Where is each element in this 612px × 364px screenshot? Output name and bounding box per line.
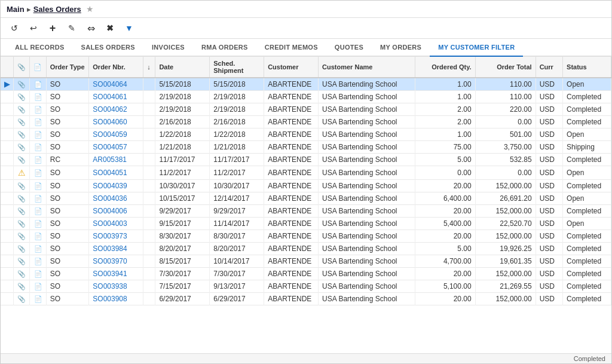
doc-icon: 📄 xyxy=(34,106,42,113)
date-cell: 11/17/2017 xyxy=(155,154,210,166)
order-nbr-link[interactable]: SO004039 xyxy=(93,182,127,190)
col-customer-name[interactable]: Customer Name xyxy=(319,57,415,78)
order-nbr-cell[interactable]: SO004036 xyxy=(89,192,143,205)
table-row[interactable]: 📎📄SOSO0040602/16/20182/16/2018ABARTENDEU… xyxy=(1,116,611,129)
order-nbr-cell[interactable]: SO004006 xyxy=(89,205,143,218)
clip-icon-cell: 📎 xyxy=(14,129,30,141)
table-row[interactable]: 📎📄SOSO00403610/15/201712/14/2017ABARTEND… xyxy=(1,192,611,205)
order-nbr-link[interactable]: SO004062 xyxy=(93,105,127,114)
table-row[interactable]: 📎📄SOSO0039848/20/20178/20/2017ABARTENDEU… xyxy=(1,243,611,255)
order-nbr-cell[interactable]: SO003941 xyxy=(89,268,143,280)
sort-cell xyxy=(143,180,155,192)
tab-all-records[interactable]: ALL RECORDS xyxy=(7,39,73,57)
table-row[interactable]: 📎📄SOSO0040612/19/20182/19/2018ABARTENDEU… xyxy=(1,91,611,103)
order-nbr-link[interactable]: SO004003 xyxy=(93,219,127,228)
paperclip-icon: 📎 xyxy=(17,182,26,189)
table-row[interactable]: 📎📄SOSO0039708/15/201710/14/2017ABARTENDE… xyxy=(1,255,611,268)
ordered-qty-cell: 20.00 xyxy=(415,180,475,192)
breadcrumb-main[interactable]: Main xyxy=(7,5,25,14)
order-nbr-link[interactable]: SO003973 xyxy=(93,232,127,240)
col-curr[interactable]: Curr xyxy=(536,57,562,78)
delete-button[interactable]: ✖ xyxy=(102,20,118,36)
refresh-button[interactable]: ↺ xyxy=(7,20,22,36)
order-nbr-link[interactable]: SO004064 xyxy=(93,80,127,88)
clip-icon-cell: 📎 xyxy=(14,280,30,293)
favorite-star-icon[interactable]: ★ xyxy=(86,4,94,14)
fit-button[interactable]: ⇔ xyxy=(83,20,99,36)
order-nbr-cell[interactable]: SO003908 xyxy=(89,293,143,305)
col-order-nbr[interactable]: Order Nbr. xyxy=(89,57,143,78)
order-nbr-cell[interactable]: SO004039 xyxy=(89,180,143,192)
date-cell: 11/2/2017 xyxy=(155,166,210,180)
col-status[interactable]: Status xyxy=(563,57,611,78)
order-nbr-link[interactable]: SO003984 xyxy=(93,244,127,253)
order-nbr-cell[interactable]: SO004061 xyxy=(89,91,143,103)
tab-my-orders[interactable]: MY ORDERS xyxy=(372,39,430,57)
filter-button[interactable]: ▼ xyxy=(121,20,137,36)
table-row[interactable]: 📎📄SOSO0040039/15/201711/14/2017ABARTENDE… xyxy=(1,218,611,230)
order-nbr-cell[interactable]: SO003973 xyxy=(89,230,143,243)
ordered-qty-cell: 5.00 xyxy=(415,154,475,166)
add-button[interactable]: + xyxy=(45,20,60,36)
paperclip-icon: 📎 xyxy=(17,93,26,100)
tab-invoices[interactable]: INVOICES xyxy=(143,39,193,57)
table-row[interactable]: 📎📄SOSO0040591/22/20181/22/2018ABARTENDEU… xyxy=(1,129,611,141)
col-order-type[interactable]: Order Type xyxy=(46,57,89,78)
order-nbr-cell[interactable]: SO004051 xyxy=(89,166,143,180)
date-cell: 9/15/2017 xyxy=(155,218,210,230)
order-nbr-cell[interactable]: SO004059 xyxy=(89,129,143,141)
col-customer[interactable]: Customer xyxy=(264,57,319,78)
table-row[interactable]: 📎📄SOSO0039417/30/20177/30/2017ABARTENDEU… xyxy=(1,268,611,280)
col-ordered-qty[interactable]: Ordered Qty. xyxy=(415,57,475,78)
order-nbr-link[interactable]: SO004051 xyxy=(93,169,127,177)
table-row[interactable]: 📎📄SOSO0039387/15/20179/13/2017ABARTENDEU… xyxy=(1,280,611,293)
edit-button[interactable]: ✎ xyxy=(64,20,79,36)
order-nbr-cell[interactable]: SO004062 xyxy=(89,103,143,116)
table-row[interactable]: ▶📎📄SOSO0040645/15/20185/15/2018ABARTENDE… xyxy=(1,78,611,91)
order-nbr-link[interactable]: SO004059 xyxy=(93,130,127,139)
order-nbr-cell[interactable]: SO004003 xyxy=(89,218,143,230)
tab-sales-orders[interactable]: SALES ORDERS xyxy=(73,39,143,57)
order-nbr-link[interactable]: SO004036 xyxy=(93,194,127,203)
table-row[interactable]: 📎📄SOSO00403910/30/201710/30/2017ABARTEND… xyxy=(1,180,611,192)
breadcrumb-current[interactable]: Sales Orders xyxy=(33,5,81,14)
table-row[interactable]: 📎📄SOSO0039738/30/20178/30/2017ABARTENDEU… xyxy=(1,230,611,243)
tab-credit-memos[interactable]: CREDIT MEMOS xyxy=(256,39,326,57)
order-nbr-link[interactable]: SO004061 xyxy=(93,93,127,101)
order-nbr-link[interactable]: SO003970 xyxy=(93,257,127,265)
order-nbr-cell[interactable]: SO003938 xyxy=(89,280,143,293)
order-nbr-link[interactable]: SO004006 xyxy=(93,207,127,215)
paperclip-icon: 📎 xyxy=(17,156,26,163)
order-nbr-link[interactable]: SO003938 xyxy=(93,282,127,290)
order-nbr-link[interactable]: SO003941 xyxy=(93,270,127,278)
undo-button[interactable]: ↩ xyxy=(26,20,41,36)
order-nbr-cell[interactable]: SO003970 xyxy=(89,255,143,268)
order-nbr-link[interactable]: SO003908 xyxy=(93,295,127,303)
order-nbr-link[interactable]: SO004057 xyxy=(93,143,127,151)
order-nbr-link[interactable]: AR005381 xyxy=(93,155,127,164)
col-sched-shipment[interactable]: Sched.Shipment xyxy=(210,57,264,78)
date-cell: 8/15/2017 xyxy=(155,255,210,268)
col-date[interactable]: Date xyxy=(155,57,210,78)
tab-quotes[interactable]: QUOTES xyxy=(326,39,372,57)
status-cell: Open xyxy=(563,129,611,141)
clip-icon-cell: 📎 xyxy=(14,180,30,192)
table-row[interactable]: ⚠📄SOSO00405111/2/201711/2/2017ABARTENDEU… xyxy=(1,166,611,180)
sort-cell xyxy=(143,141,155,154)
order-nbr-cell[interactable]: SO003984 xyxy=(89,243,143,255)
table-row[interactable]: 📎📄SOSO0039086/29/20176/29/2017ABARTENDEU… xyxy=(1,293,611,305)
col-order-total[interactable]: Order Total xyxy=(475,57,536,78)
col-sort-arrow[interactable]: ↓ xyxy=(143,57,155,78)
order-nbr-link[interactable]: SO004060 xyxy=(93,118,127,126)
table-row[interactable]: 📎📄RCAR00538111/17/201711/17/2017ABARTEND… xyxy=(1,154,611,166)
order-nbr-cell[interactable]: AR005381 xyxy=(89,154,143,166)
table-row[interactable]: 📎📄SOSO0040069/29/20179/29/2017ABARTENDEU… xyxy=(1,205,611,218)
order-nbr-cell[interactable]: SO004064 xyxy=(89,78,143,91)
table-row[interactable]: 📎📄SOSO0040571/21/20181/21/2018ABARTENDEU… xyxy=(1,141,611,154)
tab-my-customer-filter[interactable]: MY CUSTOMER FILTER xyxy=(430,39,523,57)
tab-rma-orders[interactable]: RMA ORDERS xyxy=(193,39,256,57)
table-row[interactable]: 📎📄SOSO0040622/19/20182/19/2018ABARTENDEU… xyxy=(1,103,611,116)
order-nbr-cell[interactable]: SO004060 xyxy=(89,116,143,129)
row-indicator xyxy=(1,268,14,280)
order-nbr-cell[interactable]: SO004057 xyxy=(89,141,143,154)
